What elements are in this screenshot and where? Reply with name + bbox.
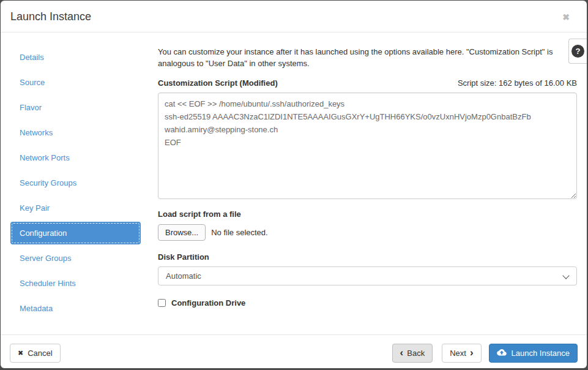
cloud-upload-icon xyxy=(497,349,507,357)
script-size-text: Script size: 162 bytes of 16.00 KB xyxy=(458,78,577,88)
sidebar-item-scheduler-hints[interactable]: Scheduler Hints xyxy=(10,272,141,295)
configuration-drive-label[interactable]: Configuration Drive xyxy=(171,298,245,308)
disk-partition-select[interactable]: Automatic xyxy=(158,266,577,285)
no-file-selected-text: No file selected. xyxy=(211,228,268,237)
next-button[interactable]: Next › xyxy=(442,344,481,363)
disk-partition-label: Disk Partition xyxy=(158,252,577,262)
script-header-row: Customization Script (Modified) Script s… xyxy=(158,78,577,88)
question-icon: ? xyxy=(571,45,584,58)
configuration-drive-row: Configuration Drive xyxy=(158,298,577,308)
modal-header: Launch Instance ✖ xyxy=(1,1,587,32)
sidebar-item-source[interactable]: Source xyxy=(10,71,141,94)
sidebar-item-security-groups[interactable]: Security Groups xyxy=(10,172,141,194)
sidebar-item-details[interactable]: Details xyxy=(10,46,141,69)
cancel-label: Cancel xyxy=(28,349,52,357)
chevron-left-icon: ‹ xyxy=(400,347,404,358)
load-script-label: Load script from a file xyxy=(158,210,577,219)
disk-partition-select-wrap: Automatic xyxy=(158,266,577,285)
wizard-nav: Details Source Flavor Networks Network P… xyxy=(10,46,141,322)
launch-instance-modal: Launch Instance ✖ Details Source Flavor … xyxy=(1,1,587,368)
panel-description: You can customize your instance after it… xyxy=(158,46,559,69)
chevron-right-icon: › xyxy=(470,347,474,358)
cancel-button[interactable]: ✖ Cancel xyxy=(10,344,61,363)
customization-script-label: Customization Script (Modified) xyxy=(158,78,278,88)
close-icon[interactable]: ✖ xyxy=(562,13,570,21)
help-button[interactable]: ? xyxy=(568,39,587,64)
sidebar-item-networks[interactable]: Networks xyxy=(10,121,141,144)
sidebar-item-flavor[interactable]: Flavor xyxy=(10,96,141,119)
back-label: Back xyxy=(407,349,425,357)
modal-title: Launch Instance xyxy=(10,10,91,23)
sidebar-item-key-pair[interactable]: Key Pair xyxy=(10,197,141,219)
file-input-row: Browse... No file selected. xyxy=(158,224,577,241)
sidebar-item-server-groups[interactable]: Server Groups xyxy=(10,247,141,270)
launch-instance-button[interactable]: Launch Instance xyxy=(489,344,578,363)
modal-footer: ✖ Cancel ‹ Back Next › Launch Instance xyxy=(1,334,587,368)
footer-right-group: ‹ Back Next › Launch Instance xyxy=(392,344,578,363)
configuration-panel: You can customize your instance after it… xyxy=(158,46,577,322)
launch-instance-label: Launch Instance xyxy=(512,349,570,357)
sidebar-item-metadata[interactable]: Metadata xyxy=(10,297,141,320)
sidebar-item-network-ports[interactable]: Network Ports xyxy=(10,146,141,169)
back-button[interactable]: ‹ Back xyxy=(392,344,433,363)
sidebar-item-configuration[interactable]: Configuration xyxy=(10,222,141,244)
next-label: Next xyxy=(450,349,466,357)
configuration-drive-checkbox[interactable] xyxy=(158,299,166,307)
x-icon: ✖ xyxy=(18,350,23,357)
modal-body: Details Source Flavor Networks Network P… xyxy=(1,32,587,334)
browse-button[interactable]: Browse... xyxy=(158,224,206,241)
customization-script-textarea[interactable]: cat << EOF >> /home/ubuntu/.ssh/authoriz… xyxy=(158,92,577,199)
